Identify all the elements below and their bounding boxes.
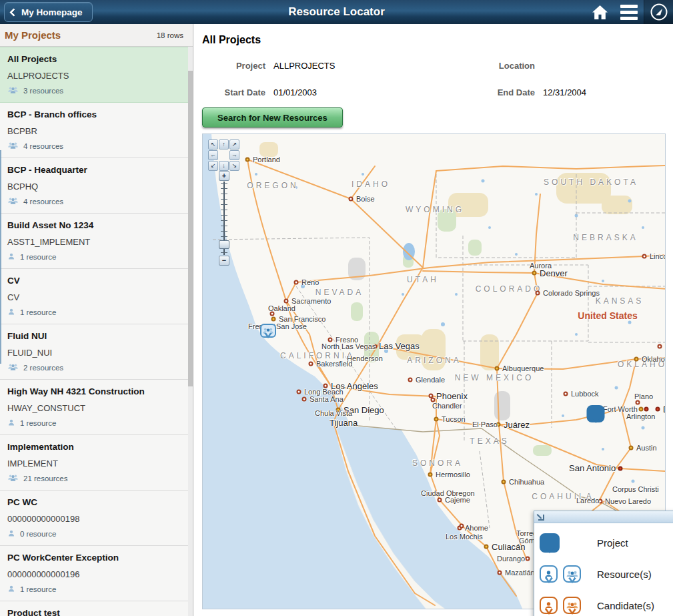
- project-item-count: 1 resource: [20, 253, 56, 261]
- city-label: Boise: [356, 195, 375, 203]
- project-label: Project: [202, 61, 265, 71]
- legend-icons: [540, 565, 594, 583]
- legend-collapse-icon[interactable]: [538, 514, 544, 521]
- project-item-code: IMPLEMENT: [7, 457, 181, 470]
- legend-row: Resource(s): [540, 562, 673, 586]
- project-list-item[interactable]: Product test: [0, 601, 188, 616]
- project-marker[interactable]: [587, 405, 605, 422]
- city-label: Oklahoma City: [642, 355, 666, 363]
- project-item-code: 000000000000198: [7, 513, 181, 525]
- city-dot: [328, 338, 333, 342]
- city-label: Colorado Springs: [543, 289, 600, 297]
- city-label: Laredo: [576, 497, 599, 505]
- group-pin-icon: [260, 324, 276, 338]
- city-dot: [658, 344, 662, 349]
- project-list-item[interactable]: PC WC0000000000001980 resource: [0, 491, 188, 546]
- project-item-name: BCP - Headquarter: [7, 164, 181, 176]
- city-label: Nuevo Laredo: [605, 497, 651, 505]
- project-list-item[interactable]: ImplementationIMPLEMENT 21 resources: [0, 435, 188, 491]
- project-pin-icon: [587, 405, 605, 422]
- city-dot: [270, 312, 275, 316]
- city-dot: [271, 317, 276, 322]
- project-list-item[interactable]: Fluid NUIFLUID_NUI 2 resources: [0, 324, 188, 380]
- project-item-count: 1 resource: [20, 308, 56, 316]
- project-item-count: 21 resources: [23, 475, 67, 483]
- sidebar-scrollbar[interactable]: [188, 47, 193, 616]
- pan-right-button[interactable]: →: [229, 150, 239, 160]
- project-item-resources: 0 resource: [7, 528, 181, 539]
- resource-locator-screen: My Homepage Resource Locator My Projects: [0, 0, 673, 616]
- navbar-compass-icon: [650, 3, 668, 21]
- project-list-item[interactable]: CVCV1 resource: [0, 269, 188, 324]
- city-dot: [536, 291, 540, 296]
- navbar-button[interactable]: [644, 0, 673, 24]
- project-list-item[interactable]: PC WorkCenter Exception0000000000001961 …: [0, 546, 188, 601]
- project-list-item[interactable]: High Way NH 4321 ConstructionHWAY_CONSTU…: [0, 380, 188, 435]
- state-label: COLORADO: [476, 284, 543, 294]
- person-icon: [7, 417, 15, 429]
- project-pin-icon: [540, 533, 560, 553]
- project-list: All ProjectsALLPROJECTS 3 resourcesBCP -…: [0, 47, 188, 616]
- zoom-slider-thumb[interactable]: [219, 240, 229, 249]
- project-item-resources: 2 resources: [7, 362, 181, 373]
- city-dot: [564, 392, 568, 396]
- city-label: Chandler: [432, 402, 462, 410]
- sidebar-scrollbar-thumb[interactable]: [188, 71, 193, 386]
- group-icon: [7, 362, 19, 374]
- city-dot: [294, 280, 299, 285]
- project-item-code: BCPHQ: [7, 180, 181, 193]
- home-button[interactable]: [585, 0, 614, 24]
- city-label: Glendale: [416, 376, 445, 384]
- project-item-resources: 1 resource: [7, 583, 181, 595]
- pan-up-left-button[interactable]: ↖: [208, 139, 218, 149]
- zoom-out-button[interactable]: −: [219, 256, 229, 266]
- project-fields: Project ALLPROJECTS Location Start Date …: [202, 61, 673, 97]
- city-dot: [642, 254, 647, 259]
- back-button[interactable]: My Homepage: [4, 2, 93, 22]
- pan-down-left-button[interactable]: ↙: [208, 161, 218, 171]
- city-label: Denver: [540, 268, 568, 278]
- pan-up-button[interactable]: ↑: [219, 139, 229, 149]
- group-icon: [7, 85, 19, 97]
- group-orange-pin-icon: [563, 597, 581, 614]
- city-label: Durango: [497, 555, 525, 563]
- resource-group-marker[interactable]: [260, 324, 276, 338]
- search-new-resources-button[interactable]: Search for New Resources: [202, 107, 343, 127]
- zoom-slider-track[interactable]: [219, 182, 229, 255]
- city-dot: [438, 498, 442, 503]
- person-blue-pin-icon: [540, 565, 558, 583]
- project-item-name: BCP - Branch offices: [7, 108, 181, 121]
- city-label: Tulsa: [665, 342, 666, 350]
- state-label: CALIFORNIA: [280, 351, 355, 360]
- actions-menu-button[interactable]: [614, 0, 644, 24]
- legend-body: Project Resource(s) Candidate(s): [534, 531, 673, 616]
- pan-up-right-button[interactable]: ↗: [229, 139, 239, 149]
- pan-down-right-button[interactable]: ↘: [229, 161, 239, 171]
- start-date-value: 01/01/2003: [273, 87, 457, 97]
- city-label: Chula Vista: [315, 409, 352, 417]
- project-list-item[interactable]: BCP - HeadquarterBCPHQ 4 resources: [0, 158, 188, 214]
- project-item-code: FLUID_NUI: [7, 346, 181, 359]
- sidebar: My Projects 18 rows All ProjectsALLPROJE…: [0, 24, 193, 616]
- city-label: Tijuana: [329, 418, 358, 428]
- state-label: SOUTH DAKOTA: [544, 178, 638, 187]
- project-list-item[interactable]: Build Asset No 1234ASST1_IMPLEMENT1 reso…: [0, 214, 188, 269]
- pan-down-button[interactable]: ↓: [219, 161, 229, 171]
- city-label: Los Mochis: [446, 533, 483, 541]
- city-label: Mazatlán: [505, 569, 535, 577]
- pan-left-button[interactable]: ←: [208, 150, 218, 160]
- project-item-count: 1 resource: [20, 585, 56, 593]
- project-list-item[interactable]: BCP - Branch officesBCPBR 4 resources: [0, 103, 188, 158]
- city-label: Sacramento: [291, 297, 331, 305]
- project-item-code: ALLPROJECTS: [7, 69, 181, 82]
- project-list-item[interactable]: All ProjectsALLPROJECTS 3 resources: [0, 47, 188, 103]
- hamburger-icon: [620, 5, 638, 20]
- project-item-count: 4 resources: [23, 142, 63, 150]
- city-dot: [639, 407, 644, 412]
- city-dot: [245, 158, 250, 162]
- person-orange-pin-icon: [540, 597, 558, 614]
- project-item-count: 4 resources: [23, 198, 63, 206]
- project-item-code: ASST1_IMPLEMENT: [7, 236, 181, 248]
- zoom-in-button[interactable]: +: [219, 171, 229, 181]
- sidebar-edge-indicator: [0, 150, 1, 364]
